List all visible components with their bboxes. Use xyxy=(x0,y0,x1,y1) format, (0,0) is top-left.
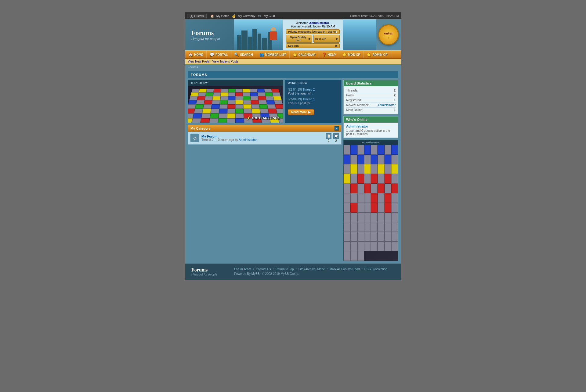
tile xyxy=(227,113,235,118)
forum-wrapper: {1} Guests 🏠 My Home 💰 My Currency 🎮 My … xyxy=(185,12,401,280)
tile xyxy=(344,232,350,242)
pm-button[interactable]: Private Messages (Unread 0, Total 0) ▶ xyxy=(286,29,340,34)
tile xyxy=(371,164,378,174)
left-column: TOP STORY xyxy=(188,80,342,261)
footer-link-mark-read[interactable]: Mark All Forums Read xyxy=(330,268,360,271)
stat-row-posts: Posts: 2 xyxy=(346,93,396,98)
tile xyxy=(271,89,280,92)
tile xyxy=(357,222,364,232)
whats-new-snippet-2: This is a post for... xyxy=(288,102,339,105)
board-stats: Board Statistics Threads: 2 Posts: 2 Reg… xyxy=(343,80,398,114)
read-more-button[interactable]: Read more ▶ xyxy=(288,109,314,115)
ad-image xyxy=(344,145,398,261)
nav-item-memberlist[interactable]: 👥 MEMBER LIST xyxy=(256,51,290,58)
view-new-posts-link[interactable]: View New Posts xyxy=(188,60,210,63)
tile xyxy=(357,251,364,261)
tile xyxy=(391,145,398,155)
tile xyxy=(391,193,398,203)
footer-mybb-link[interactable]: MyBB xyxy=(251,272,260,275)
tile xyxy=(357,155,364,164)
tile xyxy=(364,193,371,203)
tile xyxy=(344,155,350,164)
top-nav-club[interactable]: My Club xyxy=(264,14,275,18)
footer-link-lite[interactable]: Lite (Archive) Mode xyxy=(298,268,325,271)
tile xyxy=(259,100,267,104)
buddy-list-button[interactable]: Open Buddy List ▶ xyxy=(286,35,312,43)
nav-item-help[interactable]: ❓ HELP xyxy=(319,51,339,58)
welcome-username[interactable]: Administrator xyxy=(309,21,329,25)
top-nav-home[interactable]: My Home xyxy=(216,14,230,18)
content-area: FORUMS TOP STORY xyxy=(185,70,401,264)
whats-new-thread-1-link[interactable]: Thread 1 xyxy=(302,98,315,101)
breadcrumb-link[interactable]: Forums xyxy=(188,66,198,69)
top-bar-right: Current time: 04-22-2019, 01:25 PM xyxy=(350,14,399,18)
forum-author-link[interactable]: Administrator xyxy=(239,138,257,142)
nav-label-calendar: CALENDAR xyxy=(298,53,316,56)
tile xyxy=(371,232,378,242)
nav-item-search[interactable]: 🔍 SEARCH xyxy=(231,51,256,58)
memberlist-icon: 👥 xyxy=(259,52,264,57)
nav-item-portal[interactable]: 💬 PORTAL xyxy=(207,51,231,58)
nav-label-memberlist: MEMBER LIST xyxy=(265,53,286,56)
online-user-link[interactable]: Administrator xyxy=(346,124,368,128)
tile xyxy=(266,96,274,100)
posts-icon: 💬 xyxy=(333,133,339,139)
threads-icon: 📄 xyxy=(326,133,331,139)
footer-link-rss[interactable]: RSS Syndication xyxy=(364,268,387,271)
section-header: FORUMS xyxy=(188,71,398,78)
whats-new-thread-2-link[interactable]: Thread 2 xyxy=(302,88,315,91)
building xyxy=(258,34,261,50)
footer-area: Forums Hangout for people Forum Team / C… xyxy=(185,264,401,280)
top-nav-currency[interactable]: My Currency xyxy=(238,14,255,18)
tile xyxy=(258,96,266,100)
whos-online-body: Administrator 1 user and 0 guests active… xyxy=(344,123,398,138)
tile xyxy=(251,100,259,104)
tile xyxy=(251,96,259,100)
tile xyxy=(243,96,251,100)
tile xyxy=(235,109,244,113)
forum-icon: ◇ xyxy=(190,134,199,142)
tile xyxy=(357,184,364,193)
logout-button[interactable]: Log Out ▶ xyxy=(286,43,340,48)
category-header: My Category − xyxy=(188,125,341,132)
tile xyxy=(378,145,384,155)
tile xyxy=(364,232,371,242)
nav-club-icon: 🎮 xyxy=(258,14,261,18)
whats-new-header: WHAT'S NEW xyxy=(285,80,341,86)
tile xyxy=(243,104,251,109)
nav-item-modcp[interactable]: ⭐ MOD CP xyxy=(339,51,364,58)
tile xyxy=(218,118,227,123)
tile xyxy=(227,118,236,123)
building xyxy=(262,38,267,50)
stat-posts: 💬 2 xyxy=(333,133,339,142)
nav-item-admincp[interactable]: ⭐ ADMIN CP xyxy=(364,51,391,58)
tile xyxy=(235,92,243,96)
whats-new-date-2: [22-04-19] Thread 1 xyxy=(288,98,339,101)
tile xyxy=(350,213,357,222)
forum-subtitle: Hangout for people xyxy=(191,37,228,41)
tile xyxy=(378,193,384,203)
footer-link-team[interactable]: Forum Team xyxy=(234,268,251,271)
nav-item-calendar[interactable]: ⭐ CALENDAR xyxy=(290,51,319,58)
footer-logo: Forums Hangout for people xyxy=(191,267,228,276)
footer-link-contact[interactable]: Contact Us xyxy=(256,268,271,271)
tile xyxy=(227,109,235,113)
forum-name-link[interactable]: My Forum xyxy=(201,135,218,138)
footer-link-top[interactable]: Return to Top xyxy=(276,268,294,271)
nav-item-home[interactable]: 🏠 HOME xyxy=(185,51,207,58)
category-collapse-button[interactable]: − xyxy=(335,126,339,131)
tile xyxy=(371,213,378,222)
tile xyxy=(202,109,211,113)
tile xyxy=(371,203,378,213)
tile xyxy=(213,89,221,92)
tile xyxy=(385,213,391,222)
user-cp-button[interactable]: User CP ▶ xyxy=(313,35,340,43)
view-todays-posts-link[interactable]: View Today's Posts xyxy=(212,60,238,63)
newest-member-link[interactable]: Administrator xyxy=(378,103,396,107)
tile xyxy=(364,174,371,184)
whats-new-date-1: [22-04-19] Thread 2 xyxy=(288,88,339,91)
enter-badge[interactable]: enter ↓ xyxy=(378,24,399,45)
enter-arrow-icon: ↓ xyxy=(388,36,389,39)
tile xyxy=(371,145,378,155)
ad-game-board xyxy=(344,145,398,261)
